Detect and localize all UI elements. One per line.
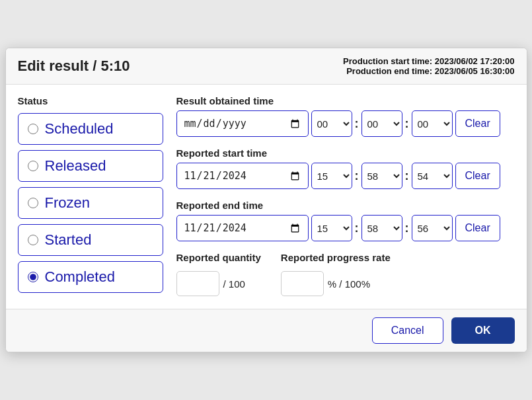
status-option-scheduled[interactable]: Scheduled	[18, 113, 163, 145]
status-completed-label: Completed	[45, 268, 115, 286]
production-start-value: 2023/06/02 17:20:00	[435, 56, 515, 66]
production-end-value: 2023/06/05 16:30:00	[435, 66, 515, 76]
reported-end-clear-button[interactable]: Clear	[455, 215, 500, 241]
radio-released[interactable]	[28, 161, 38, 171]
radio-scheduled[interactable]	[28, 124, 38, 134]
ok-button[interactable]: OK	[451, 317, 515, 344]
dialog-header: Edit result / 5:10 Production start time…	[6, 48, 527, 85]
status-option-released[interactable]: Released	[18, 150, 163, 182]
colon-6: :	[405, 221, 409, 235]
reported-end-minute[interactable]: 0015304558	[361, 215, 402, 241]
production-info: Production start time: 2023/06/02 17:20:…	[343, 56, 514, 76]
reported-start-label: Reported start time	[176, 147, 515, 159]
result-obtained-clear-button[interactable]: Clear	[455, 110, 500, 137]
production-start-info: Production start time: 2023/06/02 17:20:…	[343, 56, 514, 66]
colon-3: :	[355, 169, 359, 183]
reported-end-label: Reported end time	[176, 200, 515, 211]
reported-start-clear-button[interactable]: Clear	[455, 163, 500, 189]
production-end-label: Production end time:	[346, 66, 432, 76]
right-panel: Result obtained time 0001020304050607080…	[176, 95, 515, 298]
radio-started[interactable]	[28, 235, 38, 245]
reported-start-minute[interactable]: 0015304558	[361, 163, 402, 189]
progress-unit: % / 100%	[328, 278, 370, 290]
quantity-progress-row: Reported quantity / 100 Reported progres…	[176, 252, 515, 296]
result-obtained-date[interactable]	[176, 110, 309, 137]
reported-start-hour[interactable]: 0001020304050607080910111213141516171819…	[311, 163, 352, 189]
result-obtained-hour[interactable]: 0001020304050607080910111213141516171819…	[311, 110, 352, 137]
colon-2: :	[405, 117, 409, 131]
dialog-body: Status Scheduled Released Frozen Started…	[6, 85, 527, 309]
edit-result-dialog: Edit result / 5:10 Production start time…	[5, 48, 527, 352]
status-scheduled-label: Scheduled	[45, 120, 114, 138]
status-option-started[interactable]: Started	[18, 224, 163, 256]
reported-end-date[interactable]	[176, 215, 309, 241]
status-released-label: Released	[45, 157, 106, 175]
radio-completed[interactable]	[28, 272, 38, 282]
reported-end-time-row: 0001020304050607080910111213141516171819…	[176, 215, 515, 241]
progress-inner: % / 100%	[281, 271, 391, 296]
result-obtained-label: Result obtained time	[176, 95, 515, 106]
status-started-label: Started	[45, 231, 92, 249]
result-obtained-minute[interactable]: 000115304558	[361, 110, 402, 137]
result-obtained-time-row: 0001020304050607080910111213141516171819…	[176, 110, 515, 137]
dialog-footer: Cancel OK	[6, 309, 527, 352]
reported-start-group: Reported start time 00010203040506070809…	[176, 147, 515, 189]
quantity-input[interactable]	[176, 271, 219, 296]
colon-5: :	[355, 221, 359, 235]
radio-frozen[interactable]	[28, 198, 38, 208]
reported-end-second[interactable]: 00305456	[412, 215, 453, 241]
result-obtained-second[interactable]: 00305456	[412, 110, 453, 137]
progress-label: Reported progress rate	[281, 252, 391, 263]
dialog-title: Edit result / 5:10	[18, 58, 130, 75]
status-panel: Status Scheduled Released Frozen Started…	[18, 95, 163, 298]
progress-input[interactable]	[281, 271, 324, 296]
quantity-inner: / 100	[176, 271, 261, 296]
colon-4: :	[405, 169, 409, 183]
quantity-label: Reported quantity	[176, 252, 261, 263]
reported-start-date[interactable]	[176, 163, 309, 189]
reported-start-second[interactable]: 00305456	[412, 163, 453, 189]
reported-start-time-row: 0001020304050607080910111213141516171819…	[176, 163, 515, 189]
progress-group: Reported progress rate % / 100%	[281, 252, 391, 296]
quantity-group: Reported quantity / 100	[176, 252, 261, 296]
result-obtained-group: Result obtained time 0001020304050607080…	[176, 95, 515, 137]
status-option-frozen[interactable]: Frozen	[18, 187, 163, 219]
reported-end-hour[interactable]: 0001020304050607080910111213141516171819…	[311, 215, 352, 241]
reported-end-group: Reported end time 0001020304050607080910…	[176, 200, 515, 241]
status-frozen-label: Frozen	[45, 194, 90, 212]
production-end-info: Production end time: 2023/06/05 16:30:00	[343, 66, 514, 76]
production-start-label: Production start time:	[343, 56, 432, 66]
quantity-unit: / 100	[223, 278, 245, 290]
cancel-button[interactable]: Cancel	[372, 317, 443, 344]
status-option-completed[interactable]: Completed	[18, 261, 163, 293]
status-label: Status	[18, 95, 163, 106]
colon-1: :	[355, 117, 359, 131]
